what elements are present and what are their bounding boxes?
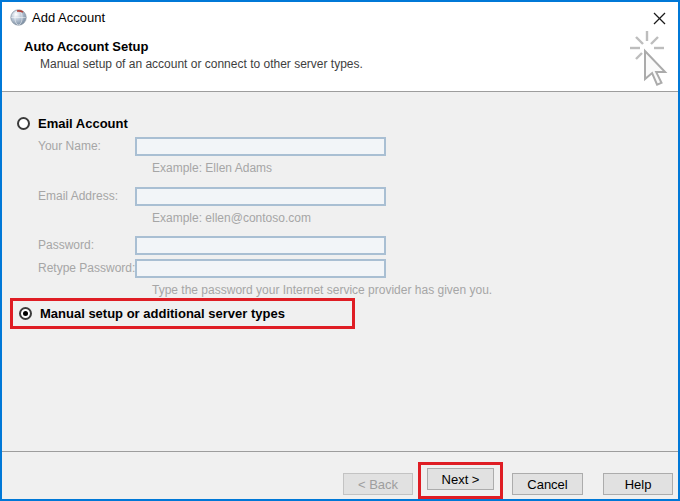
- form-body: Email Account Your Name: Example: Ellen …: [2, 92, 678, 451]
- globe-icon: [10, 9, 27, 26]
- next-highlight-box: Next >: [418, 462, 503, 499]
- your-name-hint: Example: Ellen Adams: [152, 161, 272, 175]
- cancel-button[interactable]: Cancel: [512, 473, 583, 495]
- retype-password-label: Retype Password:: [38, 261, 135, 275]
- manual-setup-option[interactable]: Manual setup or additional server types: [19, 306, 285, 321]
- wizard-header: Auto Account Setup Manual setup of an ac…: [2, 32, 678, 91]
- email-account-label: Email Account: [38, 116, 128, 131]
- manual-setup-radio[interactable]: [19, 307, 32, 320]
- your-name-input[interactable]: [135, 137, 386, 156]
- button-bar: < Back Next > Cancel Help: [2, 452, 678, 499]
- manual-setup-highlight-box: Manual setup or additional server types: [10, 298, 355, 329]
- email-address-hint: Example: ellen@contoso.com: [152, 211, 311, 225]
- help-button[interactable]: Help: [603, 473, 673, 495]
- password-hint: Type the password your Internet service …: [152, 283, 492, 297]
- window-title: Add Account: [32, 10, 105, 25]
- email-address-label: Email Address:: [38, 189, 118, 203]
- retype-password-input[interactable]: [135, 259, 386, 278]
- email-account-option[interactable]: Email Account: [17, 116, 128, 131]
- next-button[interactable]: Next >: [427, 468, 494, 490]
- password-input[interactable]: [135, 236, 386, 255]
- email-account-radio[interactable]: [17, 117, 30, 130]
- page-title: Auto Account Setup: [24, 39, 148, 54]
- title-bar: Add Account: [2, 2, 678, 32]
- manual-setup-label: Manual setup or additional server types: [40, 306, 285, 321]
- page-subtitle: Manual setup of an account or connect to…: [40, 57, 363, 71]
- add-account-dialog: Add Account Auto Account Setup Manual se…: [0, 0, 680, 501]
- email-address-input[interactable]: [135, 187, 386, 206]
- your-name-label: Your Name:: [38, 139, 101, 153]
- password-label: Password:: [38, 238, 94, 252]
- close-icon[interactable]: [651, 10, 668, 27]
- back-button[interactable]: < Back: [343, 473, 413, 495]
